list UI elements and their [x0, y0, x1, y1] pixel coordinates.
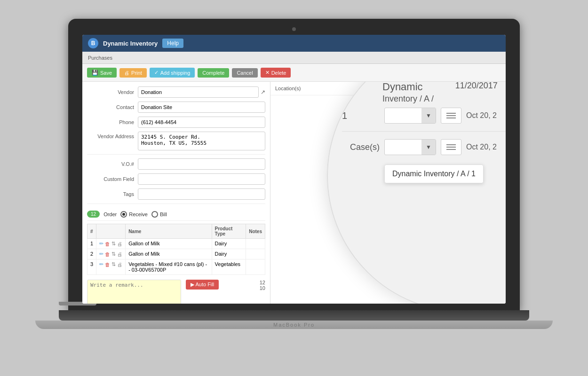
edit-icon[interactable]: ✏	[99, 261, 103, 267]
tags-input[interactable]	[138, 188, 265, 200]
print-row-icon[interactable]: 🖨	[117, 251, 122, 257]
cases-label: Case(s)	[342, 142, 380, 152]
custom-label: Custom Field	[87, 176, 134, 182]
row-actions: ✏ 🗑 ⇅ 🖨	[96, 249, 126, 259]
address-label: Vendor Address	[87, 132, 134, 139]
add-shipping-button[interactable]: ✓ Add shipping	[150, 68, 195, 78]
tags-label: Tags	[87, 191, 134, 197]
remark-textarea[interactable]	[87, 280, 181, 304]
vo-row: V.O.#	[87, 158, 265, 170]
cases-dropdown[interactable]: ▼	[384, 139, 436, 155]
sort-icon[interactable]: ⇅	[111, 251, 116, 257]
breadcrumb: Purchases	[88, 55, 112, 61]
menu-line3	[446, 118, 456, 118]
location-dropdown[interactable]: ▼	[384, 108, 436, 124]
cases-menu-icon[interactable]	[441, 139, 461, 155]
vendor-label: Vendor	[87, 89, 134, 95]
edit-icon[interactable]: ✏	[99, 241, 103, 247]
phone-input[interactable]	[138, 117, 265, 128]
cases-menu-line2	[446, 147, 456, 148]
cancel-button[interactable]: Cancel	[232, 68, 257, 78]
contact-input[interactable]	[138, 102, 265, 113]
table-container: # Name Product Type Notes 1	[87, 224, 265, 275]
address-input[interactable]: 32145 S. Cooper Rd. Houston, TX US, 7555…	[138, 132, 265, 150]
vo-label: V.O.#	[87, 161, 134, 167]
autofill-button[interactable]: ▶ Auto Fill	[186, 280, 219, 290]
col-notes: Notes	[246, 224, 265, 239]
col-actions	[96, 224, 126, 239]
menu-line2	[446, 115, 456, 116]
breadcrumb-bar: Purchases	[82, 52, 506, 64]
help-button[interactable]: Help	[162, 39, 183, 48]
main-layout: Vendor ↗ Contact Phone	[82, 82, 506, 304]
col-num: #	[87, 224, 96, 239]
laptop-shell: B Dynamic Inventory Help Purchases 💾 Sav…	[64, 19, 524, 357]
oct-date1: Oct 20, 2	[466, 111, 497, 120]
row1-expdate: 11/20/2017	[455, 82, 506, 104]
row2-number: 1	[342, 110, 380, 121]
oct-date2: Oct 20, 2	[466, 143, 497, 151]
print-row-icon[interactable]: 🖨	[117, 262, 122, 267]
cases-menu-line3	[446, 149, 456, 150]
external-link-icon[interactable]: ↗	[261, 89, 265, 95]
row-delete-icon[interactable]: 🗑	[105, 241, 110, 247]
custom-input[interactable]	[138, 173, 265, 185]
row-notes	[246, 249, 265, 259]
row1-location: Dynamic Inventory / A /	[382, 82, 455, 104]
edit-icon[interactable]: ✏	[99, 251, 103, 257]
tab-bill[interactable]: Bill	[151, 211, 167, 218]
dropdown-arrow-icon[interactable]: ▼	[421, 108, 436, 123]
toolbar: 💾 Save 🖨 Print ✓ Add shipping Complete	[82, 64, 506, 82]
table-row: 2 ✏ 🗑 ⇅ 🖨	[87, 249, 265, 259]
sort-icon[interactable]: ⇅	[111, 241, 116, 247]
order-count-badge: 12	[87, 211, 100, 218]
row-type: Dairy	[212, 239, 246, 249]
print-button[interactable]: 🖨 Print	[119, 68, 147, 78]
magnify-row1: Dynamic Inventory / A / 11/20/2017 10/19…	[342, 82, 506, 104]
col-name: Name	[126, 224, 212, 239]
row-name: Gallon of Milk	[126, 249, 212, 259]
app-title: Dynamic Inventory	[103, 40, 158, 47]
cases-dropdown-arrow[interactable]: ▼	[421, 140, 436, 155]
divider1	[87, 154, 265, 155]
tab-receive[interactable]: Receive	[120, 211, 148, 218]
laptop-base	[59, 310, 529, 321]
row-type: Vegetables	[212, 259, 246, 275]
left-panel: Vendor ↗ Contact Phone	[82, 82, 270, 304]
remark-section: ▶ Auto Fill 12 10	[87, 280, 265, 304]
sort-icon[interactable]: ⇅	[111, 261, 116, 267]
row-notes	[246, 259, 265, 275]
magnify-row2: 1 ▼	[342, 108, 506, 132]
bill-radio[interactable]	[151, 211, 158, 218]
items-table: # Name Product Type Notes 1	[87, 224, 265, 275]
magnify-row3: Case(s) ▼	[342, 139, 506, 155]
tags-row: Tags	[87, 188, 265, 200]
phone-row: Phone	[87, 117, 265, 128]
save-icon: 💾	[92, 70, 98, 76]
tab-order[interactable]: Order	[103, 212, 117, 217]
vendor-input[interactable]	[138, 86, 259, 98]
print-icon: 🖨	[124, 70, 129, 76]
row-name: Gallon of Milk	[126, 239, 212, 249]
receive-radio[interactable]	[120, 211, 127, 218]
menu-line1	[446, 113, 456, 114]
row-delete-icon[interactable]: 🗑	[105, 262, 110, 267]
autofill-icon: ▶	[191, 282, 194, 287]
custom-row: Custom Field	[87, 173, 265, 185]
app-logo: B	[88, 38, 98, 48]
app-topbar: B Dynamic Inventory Help	[82, 35, 506, 52]
location-tooltip[interactable]: Dynamic Inventory / A / 1	[384, 164, 484, 183]
row-delete-icon[interactable]: 🗑	[105, 251, 110, 257]
print-row-icon[interactable]: 🖨	[117, 241, 122, 247]
cases-menu-line1	[446, 144, 456, 145]
delete-button[interactable]: ✕ Delete	[261, 68, 291, 78]
magnify-content: UOM Location Expiration Date Receiv	[328, 82, 506, 193]
vo-input[interactable]	[138, 158, 265, 170]
col-type: Product Type	[212, 224, 246, 239]
summary-numbers: 12 10	[260, 280, 265, 291]
contact-row: Contact	[87, 102, 265, 113]
menu-icon[interactable]	[441, 108, 461, 124]
phone-label: Phone	[87, 119, 134, 125]
complete-button[interactable]: Complete	[198, 68, 229, 78]
save-button[interactable]: 💾 Save	[87, 68, 117, 78]
